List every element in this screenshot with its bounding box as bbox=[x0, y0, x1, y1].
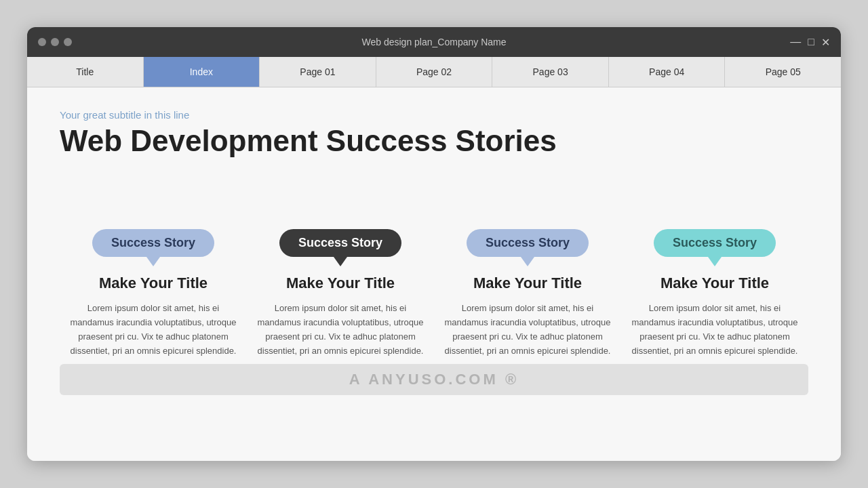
card-3-pill: Success Story bbox=[467, 229, 589, 257]
card-4: Success Story Make Your Title Lorem ipsu… bbox=[621, 229, 808, 358]
card-2-content: Make Your Title Lorem ipsum dolor sit am… bbox=[254, 274, 427, 358]
card-2-triangle bbox=[334, 257, 347, 266]
card-2-pill: Success Story bbox=[279, 229, 401, 257]
tab-page05[interactable]: Page 05 bbox=[725, 57, 841, 87]
card-1-text: Lorem ipsum dolor sit amet, his ei manda… bbox=[66, 302, 240, 358]
window-action-controls[interactable]: — □ ✕ bbox=[790, 36, 830, 49]
minimize-icon[interactable]: — bbox=[790, 36, 801, 48]
card-3-triangle bbox=[521, 257, 534, 266]
card-1-triangle bbox=[146, 257, 160, 266]
dot-red[interactable] bbox=[38, 38, 46, 46]
tab-page03[interactable]: Page 03 bbox=[492, 57, 609, 87]
maximize-icon[interactable]: □ bbox=[808, 36, 814, 48]
card-4-pill: Success Story bbox=[654, 229, 776, 257]
card-4-text: Lorem ipsum dolor sit amet, his ei manda… bbox=[628, 302, 802, 358]
window-title: Web design plan_Company Name bbox=[362, 37, 507, 47]
content-area: Your great subtitle in this line Web Dev… bbox=[27, 87, 841, 461]
card-4-content: Make Your Title Lorem ipsum dolor sit am… bbox=[628, 274, 802, 358]
card-3-title: Make Your Title bbox=[473, 274, 582, 292]
card-1-title: Make Your Title bbox=[99, 274, 208, 292]
tab-bar: Title Index Page 01 Page 02 Page 03 Page… bbox=[27, 57, 841, 87]
card-2-title: Make Your Title bbox=[286, 274, 395, 292]
tab-page04[interactable]: Page 04 bbox=[609, 57, 726, 87]
watermark: A ANYUSO.COM ® bbox=[60, 364, 808, 395]
page-subtitle: Your great subtitle in this line bbox=[60, 109, 808, 121]
watermark-text: A ANYUSO.COM ® bbox=[60, 364, 808, 395]
dot-green[interactable] bbox=[64, 38, 72, 46]
tab-index[interactable]: Index bbox=[144, 57, 260, 87]
card-3-content: Make Your Title Lorem ipsum dolor sit am… bbox=[441, 274, 614, 358]
card-3: Success Story Make Your Title Lorem ipsu… bbox=[434, 182, 621, 358]
card-3-text: Lorem ipsum dolor sit amet, his ei manda… bbox=[441, 302, 614, 358]
card-4-bubble: Success Story bbox=[654, 229, 776, 266]
card-1-content: Make Your Title Lorem ipsum dolor sit am… bbox=[66, 274, 240, 358]
dot-yellow[interactable] bbox=[51, 38, 59, 46]
titlebar: Web design plan_Company Name — □ ✕ bbox=[27, 27, 841, 57]
window-controls[interactable] bbox=[38, 38, 72, 46]
window: Web design plan_Company Name — □ ✕ Title… bbox=[27, 27, 841, 461]
tab-page01[interactable]: Page 01 bbox=[260, 57, 376, 87]
card-2: Success Story Make Your Title Lorem ipsu… bbox=[247, 229, 434, 358]
card-4-title: Make Your Title bbox=[660, 274, 769, 292]
card-2-text: Lorem ipsum dolor sit amet, his ei manda… bbox=[254, 302, 427, 358]
card-1-bubble: Success Story bbox=[92, 229, 214, 266]
card-2-bubble: Success Story bbox=[279, 229, 401, 266]
page-main-title: Web Development Success Stories bbox=[60, 125, 808, 157]
close-icon[interactable]: ✕ bbox=[821, 36, 830, 49]
tab-title[interactable]: Title bbox=[27, 57, 144, 87]
card-1: Success Story Make Your Title Lorem ipsu… bbox=[60, 182, 247, 358]
cards-row: Success Story Make Your Title Lorem ipsu… bbox=[60, 182, 808, 358]
card-1-pill: Success Story bbox=[92, 229, 214, 257]
tab-page02[interactable]: Page 02 bbox=[376, 57, 493, 87]
card-4-triangle bbox=[708, 257, 722, 266]
card-3-bubble: Success Story bbox=[467, 229, 589, 266]
